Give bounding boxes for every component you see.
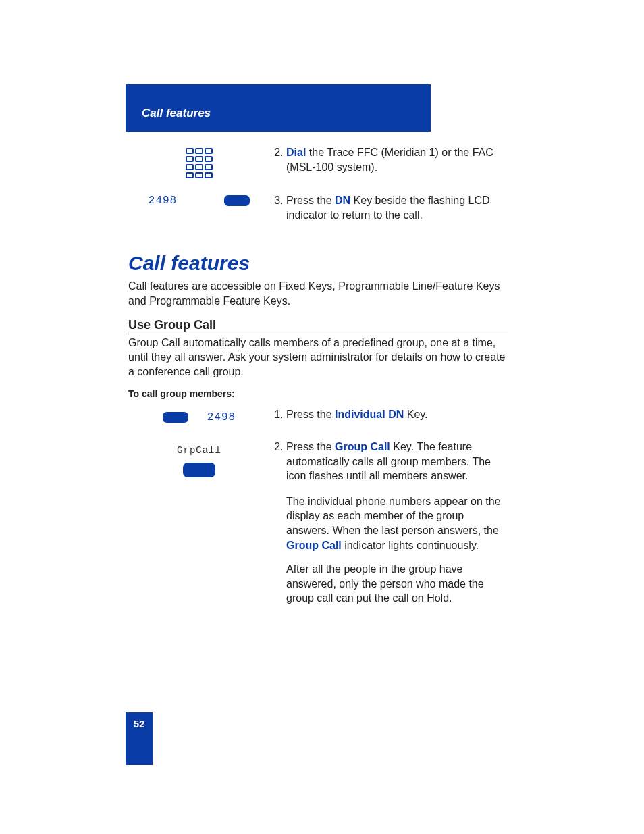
keyword-individual-dn: Individual DN: [335, 409, 404, 420]
document-page: Call features Dial the Trace FFC (Meridi…: [0, 0, 644, 834]
dn-key-visual: 2498: [128, 193, 270, 207]
page-number: 52: [126, 712, 153, 765]
grp-step-2-a: Press the: [286, 441, 335, 452]
grpcall-label: GrpCall: [177, 445, 221, 456]
grp-para-1-b: indicator lights continuously.: [342, 540, 479, 551]
step-list-top: Dial the Trace FFC (Meridian 1) or the F…: [270, 145, 508, 174]
step-2: Dial the Trace FFC (Meridian 1) or the F…: [286, 145, 508, 174]
section-body: Call features are accessible on Fixed Ke…: [128, 279, 508, 308]
step-list-top-3: Press the DN Key beside the flashing LCD…: [270, 193, 508, 222]
dn-label: 2498: [149, 194, 177, 207]
keypad-icon: [186, 148, 213, 179]
individual-dn-key-icon: [163, 412, 188, 423]
group-call-steps: Press the Individual DN Key. Press the G…: [270, 407, 508, 483]
individual-dn-label: 2498: [207, 411, 236, 423]
step-row-2: Dial the Trace FFC (Meridian 1) or the F…: [128, 145, 508, 185]
grp-para-1-a: The individual phone numbers appear on t…: [286, 496, 501, 536]
group-call-block: 2498 GrpCall Press the Individual DN Key…: [128, 407, 508, 606]
step-2-text: the Trace FFC (Meridian 1) or the FAC (M…: [286, 147, 493, 173]
section-title: Call features: [128, 252, 508, 275]
grp-step-1-b: Key.: [404, 409, 427, 420]
keyword-dial: Dial: [286, 147, 306, 158]
page-content: Dial the Trace FFC (Meridian 1) or the F…: [128, 145, 508, 614]
lead-in: To call group members:: [128, 388, 508, 399]
group-call-visual: 2498 GrpCall: [128, 407, 270, 477]
group-call-key-icon: [183, 463, 215, 477]
step-row-3: 2498 Press the DN Key beside the flashin…: [128, 193, 508, 233]
keyword-group-call: Group Call: [335, 441, 390, 452]
header-title: Call features: [142, 107, 211, 120]
grp-step-1-a: Press the: [286, 409, 335, 420]
grp-para-2: After all the people in the group have a…: [270, 562, 508, 606]
dn-key-icon: [224, 195, 250, 206]
keyword-group-call-2: Group Call: [286, 540, 342, 551]
subsection-title: Use Group Call: [128, 318, 508, 334]
grp-step-1: Press the Individual DN Key.: [286, 407, 508, 422]
step-3: Press the DN Key beside the flashing LCD…: [286, 193, 508, 222]
keypad-visual: [128, 145, 270, 179]
subsection-body: Group Call automatically calls members o…: [128, 336, 508, 380]
grp-step-2: Press the Group Call Key. The feature au…: [286, 440, 508, 484]
keyword-dn: DN: [335, 194, 350, 206]
step-3-text-a: Press the: [286, 194, 335, 206]
grp-para-1: The individual phone numbers appear on t…: [270, 494, 508, 552]
